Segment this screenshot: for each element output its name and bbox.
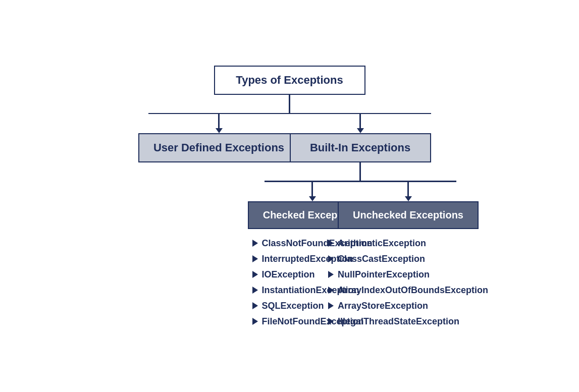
list-item: NullPointerException xyxy=(328,269,488,280)
arrow-right-icon xyxy=(328,318,334,325)
root-level: Types of Exceptions User Defined Excepti… xyxy=(148,66,431,327)
root-label: Types of Exceptions xyxy=(236,74,343,87)
list-item: ArithmeticException xyxy=(328,238,488,249)
unchecked-label: Unchecked Exceptions xyxy=(353,209,463,221)
unchecked-list: ArithmeticExceptionClassCastExceptionNul… xyxy=(328,238,488,327)
builtin-cols: Checked Exceptions ClassNotFoundExceptio… xyxy=(265,182,456,327)
arrow-right-icon xyxy=(328,287,334,294)
user-arrow xyxy=(216,128,223,133)
list-item-text: ArrayStoreException xyxy=(338,301,428,311)
arrow-right-icon xyxy=(328,240,334,247)
builtin-branch: Built-In Exceptions Checked Exceptions xyxy=(290,114,431,327)
arrow-right-icon xyxy=(252,255,258,262)
root-box: Types of Exceptions xyxy=(214,66,365,95)
diagram: Types of Exceptions User Defined Excepti… xyxy=(12,66,567,327)
builtin-box: Built-In Exceptions xyxy=(290,133,431,162)
arrow-right-icon xyxy=(252,302,258,309)
list-item-text: ArrayIndexOutOfBoundsException xyxy=(338,285,488,296)
list-item: IllegalThreadStateException xyxy=(328,316,488,327)
user-defined-box: User Defined Exceptions xyxy=(138,133,299,162)
unchecked-v1 xyxy=(407,182,409,196)
arrow-right-icon xyxy=(252,318,258,325)
checked-arrow xyxy=(309,196,316,201)
list-item-text: NullPointerException xyxy=(338,269,430,280)
list-item: ArrayStoreException xyxy=(328,301,488,311)
top-cols: User Defined Exceptions Built-In Excepti… xyxy=(148,114,431,327)
arrow-right-icon xyxy=(328,302,334,309)
unchecked-branch: Unchecked Exceptions ArithmeticException… xyxy=(360,182,456,327)
list-item-text: SQLException xyxy=(262,301,324,311)
list-item-text: ArithmeticException xyxy=(338,238,426,249)
unchecked-box: Unchecked Exceptions xyxy=(338,201,479,229)
arrow-right-icon xyxy=(252,271,258,278)
builtin-arrow xyxy=(357,128,364,133)
arrow-right-icon xyxy=(252,240,258,247)
list-item: ArrayIndexOutOfBoundsException xyxy=(328,285,488,296)
arrow-right-icon xyxy=(328,255,334,262)
list-item-text: IOException xyxy=(262,269,315,280)
user-defined-label: User Defined Exceptions xyxy=(153,141,284,154)
checked-v1 xyxy=(311,182,313,196)
list-item-text: IllegalThreadStateException xyxy=(338,316,459,327)
builtin-label: Built-In Exceptions xyxy=(310,141,410,154)
list-item: ClassCastException xyxy=(328,254,488,264)
root-v-connector xyxy=(289,95,290,113)
unchecked-arrow xyxy=(405,196,412,201)
builtin-v1 xyxy=(359,114,361,128)
builtin-v2 xyxy=(359,162,361,181)
user-v1 xyxy=(218,114,220,128)
arrow-right-icon xyxy=(328,271,334,278)
list-item-text: ClassCastException xyxy=(338,254,425,264)
arrow-right-icon xyxy=(252,287,258,294)
